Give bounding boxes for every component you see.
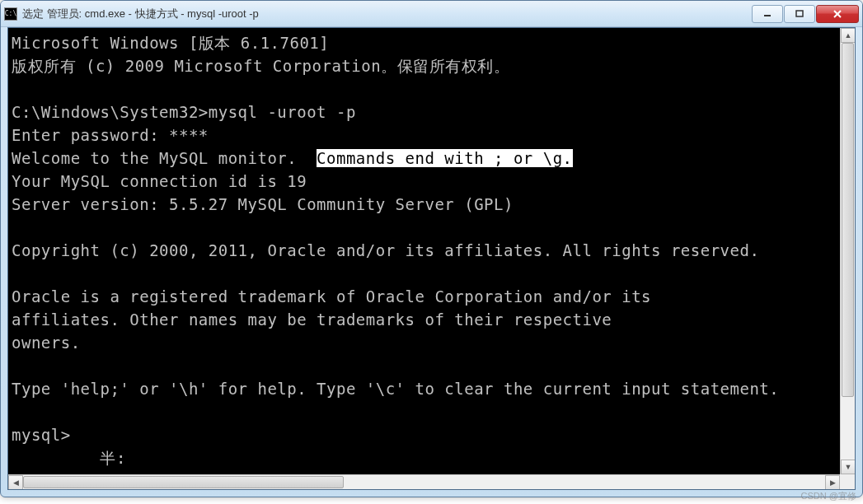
cmd-icon: C:\	[4, 7, 17, 21]
close-icon	[833, 10, 842, 18]
scroll-track-horizontal[interactable]	[23, 475, 825, 489]
scrollbar-corner	[840, 474, 855, 489]
svg-rect-1	[796, 11, 803, 16]
output-line: owners.	[12, 334, 81, 352]
scroll-thumb-vertical[interactable]	[842, 43, 854, 397]
welcome-prefix: Welcome to the MySQL monitor.	[12, 149, 317, 167]
scroll-down-button[interactable]: ▼	[841, 460, 856, 474]
scroll-thumb-horizontal[interactable]	[23, 476, 344, 488]
output-line: Type 'help;' or '\h' for help. Type '\c'…	[12, 380, 779, 398]
titlebar[interactable]: C:\ 选定 管理员: cmd.exe - 快捷方式 - mysql -uroo…	[1, 1, 862, 27]
scroll-track-vertical[interactable]	[841, 43, 855, 460]
output-line: Enter password: ****	[12, 126, 209, 144]
terminal-output: Microsoft Windows [版本 6.1.7601] 版权所有 (c)…	[8, 28, 855, 469]
output-line: 半:	[12, 449, 126, 467]
output-line: Copyright (c) 2000, 2011, Oracle and/or …	[12, 241, 759, 259]
vertical-scrollbar[interactable]: ▲ ▼	[840, 28, 855, 474]
selected-text: Commands end with ; or \g.	[317, 149, 572, 167]
window-title: 选定 管理员: cmd.exe - 快捷方式 - mysql -uroot -p	[22, 7, 752, 21]
output-line: Oracle is a registered trademark of Orac…	[12, 287, 651, 306]
output-line: Your MySQL connection id is 19	[12, 172, 307, 190]
output-line: affiliates. Other names may be trademark…	[12, 310, 612, 329]
prompt-line: mysql>	[12, 426, 71, 444]
minimize-icon	[762, 10, 772, 18]
maximize-button[interactable]	[784, 5, 815, 23]
output-line: Microsoft Windows [版本 6.1.7601]	[12, 34, 329, 52]
maximize-icon	[795, 10, 804, 18]
scroll-right-button[interactable]: ▶	[825, 475, 840, 490]
output-line: Server version: 5.5.27 MySQL Community S…	[12, 195, 514, 213]
scroll-left-button[interactable]: ◀	[8, 475, 23, 490]
close-button[interactable]	[816, 5, 859, 23]
terminal-area[interactable]: Microsoft Windows [版本 6.1.7601] 版权所有 (c)…	[7, 27, 856, 490]
scroll-up-button[interactable]: ▲	[841, 28, 856, 43]
output-line: C:\Windows\System32>mysql -uroot -p	[12, 103, 356, 121]
app-window: C:\ 选定 管理员: cmd.exe - 快捷方式 - mysql -uroo…	[0, 0, 863, 497]
watermark-text: CSDN @宜修	[801, 490, 856, 502]
minimize-button[interactable]	[752, 5, 783, 23]
output-line: 版权所有 (c) 2009 Microsoft Corporation。保留所有…	[12, 57, 509, 75]
horizontal-scrollbar[interactable]: ◀ ▶	[8, 474, 840, 489]
window-controls	[752, 5, 859, 23]
